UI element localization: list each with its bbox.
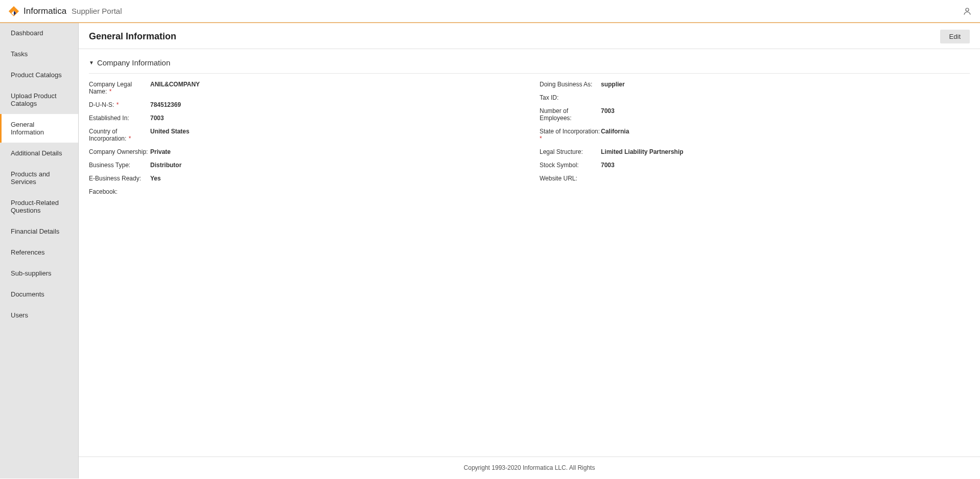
sidebar-item-label: General Information <box>11 121 44 136</box>
field-value: Limited Liability Partnership <box>601 148 683 155</box>
sidebar-item-upload-product-catalogs[interactable]: Upload Product Catalogs <box>0 85 78 114</box>
sidebar-item-financial-details[interactable]: Financial Details <box>0 221 78 242</box>
field-row: Tax ID: <box>540 94 970 101</box>
sidebar-item-general-information[interactable]: General Information <box>0 114 78 143</box>
field-label: D-U-N-S: * <box>89 101 150 108</box>
user-icon[interactable] <box>963 7 972 16</box>
field-row: Facebook: <box>89 188 519 195</box>
informatica-logo-icon <box>8 6 19 17</box>
main-content: General Information Edit ▼ Company Infor… <box>79 22 980 478</box>
field-value: 7003 <box>601 162 615 169</box>
field-label: Website URL: <box>540 175 601 182</box>
field-label: Company Ownership: <box>89 148 150 155</box>
field-row: Company Ownership:Private <box>89 148 519 155</box>
field-value: California <box>601 128 629 142</box>
required-mark: * <box>540 135 542 142</box>
brand-logo: Informatica <box>8 6 66 17</box>
field-grid: Company Legal Name: *ANIL&COMPANYD-U-N-S… <box>89 81 970 201</box>
sidebar-item-references[interactable]: References <box>0 242 78 263</box>
field-row: Doing Business As:supplier <box>540 81 970 88</box>
field-row: Established In:7003 <box>89 115 519 122</box>
field-row: Stock Symbol:7003 <box>540 162 970 169</box>
sidebar-item-label: Sub-suppliers <box>11 269 52 277</box>
field-label: Stock Symbol: <box>540 162 601 169</box>
sidebar: DashboardTasksProduct CatalogsUpload Pro… <box>0 22 79 478</box>
field-row: Number of Employees:7003 <box>540 107 970 122</box>
portal-name: Supplier Portal <box>72 7 122 15</box>
sidebar-item-label: Users <box>11 311 28 319</box>
sidebar-item-tasks[interactable]: Tasks <box>0 43 78 64</box>
field-row: Country of Incorporation: *United States <box>89 128 519 142</box>
field-label: Number of Employees: <box>540 107 601 122</box>
edit-button[interactable]: Edit <box>940 30 970 43</box>
sidebar-item-label: Product Catalogs <box>11 71 62 79</box>
sidebar-item-documents[interactable]: Documents <box>0 284 78 305</box>
sidebar-item-label: Dashboard <box>11 29 43 37</box>
field-label: Country of Incorporation: * <box>89 128 150 142</box>
field-column-right: Doing Business As:supplierTax ID:Number … <box>540 81 970 201</box>
field-row: State of Incorporation: *California <box>540 128 970 142</box>
field-row: Website URL: <box>540 175 970 182</box>
field-label: Company Legal Name: * <box>89 81 150 95</box>
svg-point-3 <box>966 8 969 11</box>
field-label: Facebook: <box>89 188 150 195</box>
required-mark: * <box>114 101 119 108</box>
sidebar-item-users[interactable]: Users <box>0 305 78 326</box>
sidebar-item-label: Additional Details <box>11 149 62 157</box>
field-row: E-Business Ready:Yes <box>89 175 519 182</box>
field-row: Business Type:Distributor <box>89 162 519 169</box>
field-label: Legal Structure: <box>540 148 601 155</box>
sidebar-item-label: Documents <box>11 290 44 298</box>
field-label: State of Incorporation: * <box>540 128 601 142</box>
sidebar-item-product-related-questions[interactable]: Product-Related Questions <box>0 192 78 221</box>
field-value: United States <box>150 128 190 142</box>
page-title: General Information <box>89 31 176 42</box>
field-value: Private <box>150 148 171 155</box>
sidebar-item-label: Tasks <box>11 50 28 58</box>
field-value: Yes <box>150 175 161 182</box>
sidebar-item-product-catalogs[interactable]: Product Catalogs <box>0 64 78 85</box>
field-label: Business Type: <box>89 162 150 169</box>
field-row: Legal Structure:Limited Liability Partne… <box>540 148 970 155</box>
sidebar-item-dashboard[interactable]: Dashboard <box>0 22 78 43</box>
field-label: Tax ID: <box>540 94 601 101</box>
field-value: 7003 <box>150 115 164 122</box>
content-area: ▼ Company Information Company Legal Name… <box>79 49 980 457</box>
field-label: Established In: <box>89 115 150 122</box>
sidebar-item-label: Products and Services <box>11 170 50 186</box>
field-column-left: Company Legal Name: *ANIL&COMPANYD-U-N-S… <box>89 81 519 201</box>
field-value: supplier <box>601 81 625 88</box>
required-mark: * <box>127 135 131 142</box>
field-label: Doing Business As: <box>540 81 601 88</box>
section-title: Company Information <box>97 58 170 67</box>
page-header: General Information Edit <box>79 22 980 49</box>
app-header: Informatica Supplier Portal <box>0 0 980 22</box>
field-label: E-Business Ready: <box>89 175 150 182</box>
required-mark: * <box>107 88 111 95</box>
field-row: D-U-N-S: *784512369 <box>89 101 519 108</box>
sidebar-item-additional-details[interactable]: Additional Details <box>0 143 78 164</box>
field-value: ANIL&COMPANY <box>150 81 200 95</box>
section-toggle[interactable]: ▼ Company Information <box>89 58 970 74</box>
sidebar-item-products-and-services[interactable]: Products and Services <box>0 164 78 192</box>
field-value: 7003 <box>601 107 615 122</box>
field-value: 784512369 <box>150 101 181 108</box>
sidebar-item-label: References <box>11 248 44 256</box>
sidebar-item-label: Upload Product Catalogs <box>11 92 57 107</box>
field-value: Distributor <box>150 162 181 169</box>
brand-name: Informatica <box>24 6 66 16</box>
chevron-down-icon: ▼ <box>89 60 94 65</box>
sidebar-item-sub-suppliers[interactable]: Sub-suppliers <box>0 263 78 284</box>
field-row: Company Legal Name: *ANIL&COMPANY <box>89 81 519 95</box>
sidebar-item-label: Product-Related Questions <box>11 199 59 214</box>
footer: Copyright 1993-2020 Informatica LLC. All… <box>79 457 980 478</box>
sidebar-item-label: Financial Details <box>11 227 59 235</box>
